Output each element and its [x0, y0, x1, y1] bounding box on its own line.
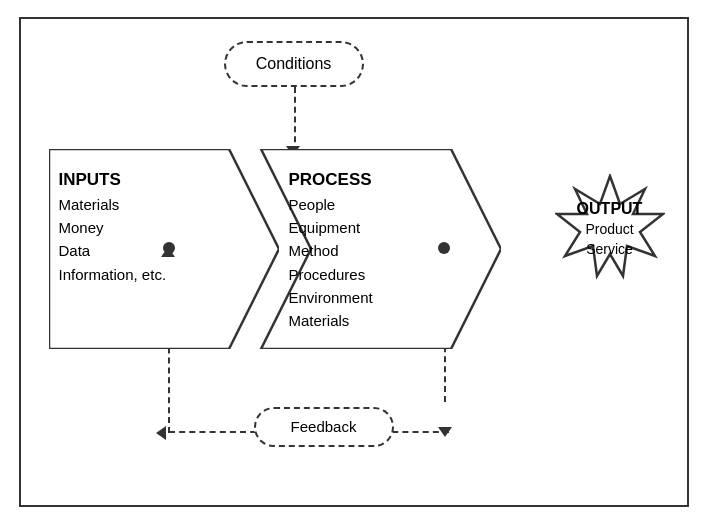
feedback-label: Feedback [291, 418, 357, 435]
dot-left [163, 242, 175, 254]
feedback-bubble: Feedback [254, 407, 394, 447]
process-item-0: People [289, 193, 373, 216]
output-text-block: OUTPUT Product Service [555, 174, 665, 284]
output-title: OUTPUT [577, 198, 643, 220]
conditions-bubble: Conditions [224, 41, 364, 87]
inputs-item-3: Information, etc. [59, 263, 167, 286]
arrow-down-right [438, 427, 452, 437]
process-title: PROCESS [289, 167, 373, 193]
conditions-label: Conditions [256, 55, 332, 73]
process-item-4: Environment [289, 286, 373, 309]
dot-right [438, 242, 450, 254]
diagram-area: Conditions INPUTS Materials Money Data I… [21, 19, 687, 505]
process-item-1: Equipment [289, 216, 373, 239]
inputs-item-0: Materials [59, 193, 167, 216]
output-item-0: Product [585, 220, 633, 240]
outer-border: Conditions INPUTS Materials Money Data I… [19, 17, 689, 507]
inputs-item-1: Money [59, 216, 167, 239]
inputs-text-block: INPUTS Materials Money Data Information,… [59, 167, 167, 286]
output-item-1: Service [586, 240, 633, 260]
inputs-title: INPUTS [59, 167, 167, 193]
arrow-left-feedback [156, 426, 166, 440]
process-item-2: Method [289, 239, 373, 262]
process-item-3: Procedures [289, 263, 373, 286]
conditions-dashed-line [294, 87, 296, 152]
process-text-block: PROCESS People Equipment Method Procedur… [289, 167, 373, 333]
process-item-5: Materials [289, 309, 373, 332]
inputs-item-2: Data [59, 239, 167, 262]
